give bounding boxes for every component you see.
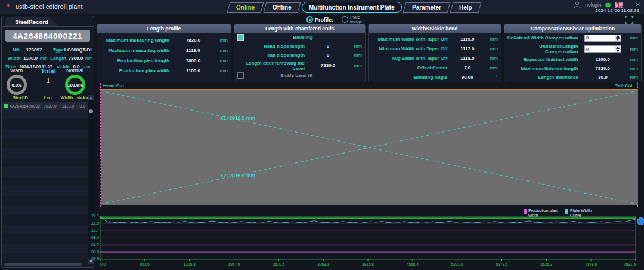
input-row: Unilateral Width Compensation mm bbox=[504, 33, 641, 43]
current-steel-id: 4A264864000221 bbox=[5, 30, 90, 42]
info-row-no-type: NO. 176897 Type LG960QT-DL bbox=[3, 46, 94, 53]
input-row: Unilateral Length Compensation mm bbox=[504, 43, 641, 55]
profile-radio[interactable]: Profile: bbox=[306, 16, 333, 23]
beveling-row: Beveling bbox=[234, 33, 365, 42]
table-row[interactable]: 4A264864000221 7830.0 1119.0 0.0 bbox=[2, 102, 88, 110]
unilateral-width-compensation-input[interactable] bbox=[585, 35, 615, 41]
type-label: Type bbox=[47, 47, 64, 53]
main-nav: Online Offline Multifunction Instrument … bbox=[228, 2, 479, 13]
record-indicator-icon bbox=[7, 4, 10, 7]
normal-gauge-label: Normal bbox=[66, 68, 83, 73]
beveling-label: Beveling bbox=[244, 35, 362, 40]
param-row: Production plan length 7800.0 mm bbox=[97, 56, 231, 66]
param-row: Expected finished width 1100.0 mm bbox=[504, 55, 641, 64]
svg-text:1121.1: 1121.1 bbox=[91, 214, 99, 218]
panel-title: Width&Sickle bend bbox=[369, 24, 501, 33]
minimize-button[interactable]: — bbox=[626, 2, 632, 8]
profile-radio-label: Profile: bbox=[315, 17, 333, 23]
panel-width-sickle-bend: Width&Sickle bend Maximum Width with Tap… bbox=[368, 24, 501, 82]
width-label: Width bbox=[3, 56, 21, 61]
warn-gauge: 0.0% bbox=[7, 75, 27, 95]
spin-down-icon[interactable] bbox=[615, 38, 621, 41]
plate-image-radio[interactable]: Plate image: bbox=[342, 15, 368, 24]
panel-title: Length with chamfered ends bbox=[234, 24, 365, 33]
panel-chamfered-ends: Length with chamfered ends Beveling Head… bbox=[234, 24, 366, 82]
chart-info-button[interactable] bbox=[637, 217, 644, 225]
horizontal-scrollbar[interactable] bbox=[4, 263, 82, 266]
radio-selected-icon bbox=[306, 16, 313, 23]
tab-online[interactable]: Online bbox=[227, 2, 264, 13]
spin-down-icon[interactable] bbox=[615, 49, 621, 52]
spinner bbox=[615, 46, 621, 52]
close-button[interactable]: ✕ bbox=[636, 2, 640, 8]
tab-steelrecord[interactable]: SteelRecord bbox=[5, 17, 58, 26]
total-value: 1 bbox=[39, 78, 58, 84]
length-unit: mm bbox=[85, 56, 94, 61]
radio-unselected-icon bbox=[342, 16, 348, 23]
svg-text:2610.5: 2610.5 bbox=[273, 262, 284, 266]
sickle-bend-fit-label: Sickle bend fit bbox=[244, 73, 349, 78]
svg-text:0.0: 0.0 bbox=[100, 262, 106, 266]
app-title: ustb-steel coldroll plant bbox=[16, 3, 83, 10]
svg-text:1116.9: 1116.9 bbox=[91, 221, 99, 225]
param-row: Maximum measuring width 1119.0 mm bbox=[97, 45, 231, 56]
col-steelid: SteelID bbox=[2, 95, 39, 102]
head-cut-label: Head Cut bbox=[103, 83, 124, 88]
panel-compensation-shear: Compensation&Shear optimization Unilater… bbox=[504, 24, 642, 82]
row-len: 7830.0 bbox=[41, 104, 59, 108]
param-row: Length after removing the bevel 7830.0 m… bbox=[234, 60, 365, 71]
unilateral-length-compensation-input[interactable] bbox=[585, 46, 615, 52]
svg-text:4568.4: 4568.4 bbox=[407, 262, 419, 266]
param-row: Length allowance 30.0 mm bbox=[504, 73, 641, 82]
plate-profile-view: X1: 2916.5 mm X2: 2916.9 mm bbox=[101, 90, 638, 205]
param-row: Avg width with Taper Off 1118.0 mm bbox=[369, 53, 501, 63]
param-row: Maximum Width with Taper Off 1119.0 mm bbox=[369, 34, 501, 44]
x1-measurement-label: X1: 2916.5 mm bbox=[220, 115, 256, 121]
svg-text:1104.2: 1104.2 bbox=[91, 243, 99, 247]
panel-title: Length profile bbox=[97, 24, 231, 33]
sickle-bend-fit-checkbox[interactable] bbox=[237, 72, 244, 79]
col-len: Len. bbox=[39, 95, 58, 102]
fullscreen-icon[interactable] bbox=[625, 16, 633, 24]
length-label: Length bbox=[48, 56, 66, 61]
svg-text:7831.5: 7831.5 bbox=[624, 262, 636, 266]
svg-text:6526.3: 6526.3 bbox=[540, 262, 552, 266]
clock: 2024-12-06 11:08:33 bbox=[595, 8, 639, 13]
col-width: Width bbox=[58, 95, 76, 102]
spinner bbox=[615, 35, 621, 41]
plate-width-chart: 1095.81100.01104.21108.41112.71116.91121… bbox=[91, 213, 638, 269]
row-width: 1119.0 bbox=[59, 104, 76, 108]
scrollbar-thumb[interactable] bbox=[89, 109, 93, 113]
user-name: nologin bbox=[585, 2, 601, 8]
scroll-up-icon[interactable]: ▲ bbox=[88, 95, 94, 100]
tab-multifunction-instrument-plate[interactable]: Multifunction Instrument Plate bbox=[302, 2, 402, 13]
tab-parameter[interactable]: Parameter bbox=[402, 2, 450, 13]
type-value: LG960QT-DL bbox=[64, 47, 94, 53]
steel-table-header: SteelID Len. Width sickle bbox=[2, 95, 90, 102]
svg-text:1095.8: 1095.8 bbox=[91, 257, 99, 261]
param-row: Head slope length 0 mm bbox=[234, 42, 365, 51]
tab-offline[interactable]: Offline bbox=[264, 2, 301, 13]
param-row: Minimum Width with Taper Off 1117.0 mm bbox=[369, 44, 501, 53]
plate-image-radio-label: Plate image: bbox=[350, 15, 368, 24]
info-row-width-length: Width 1100.0 mm Length 7800.0 mm bbox=[3, 54, 94, 62]
beveling-checkbox[interactable] bbox=[237, 34, 244, 41]
svg-text:1100.0: 1100.0 bbox=[91, 250, 99, 254]
param-row: Maximum measuring length 7830.0 mm bbox=[97, 35, 231, 45]
param-row: Tail slope length 0 mm bbox=[234, 51, 365, 60]
svg-text:5221.0: 5221.0 bbox=[451, 262, 463, 266]
param-row: Maximum finished length 7830.0 mm bbox=[504, 64, 641, 73]
sickle-unit: mm bbox=[83, 64, 94, 69]
panel-title: Compensation&Shear optimization bbox=[504, 24, 641, 33]
language-flag-icon[interactable] bbox=[615, 2, 623, 8]
width-value: 1100.0 bbox=[21, 56, 40, 61]
svg-text:652.6: 652.6 bbox=[140, 262, 150, 266]
tab-help[interactable]: Help bbox=[450, 2, 481, 13]
param-row: Bending Angle 90.00 ° bbox=[369, 72, 501, 82]
width-unit: mm bbox=[40, 56, 48, 61]
sickle-fit-row: Sickle bend fit bbox=[234, 71, 365, 79]
divider bbox=[2, 26, 94, 27]
title-bar: ustb-steel coldroll plant Online Offline… bbox=[0, 0, 644, 14]
svg-text:5873.6: 5873.6 bbox=[496, 262, 508, 266]
svg-text:3915.8: 3915.8 bbox=[362, 262, 374, 266]
